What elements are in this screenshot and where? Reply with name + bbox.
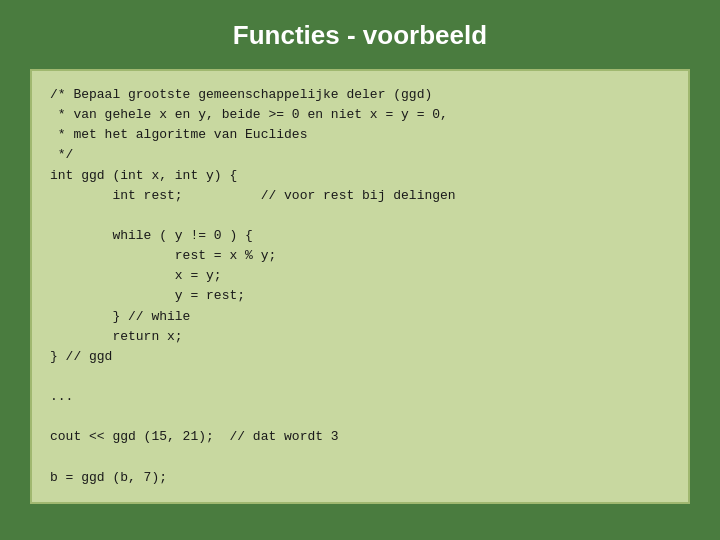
code-line: /* Bepaal grootste gemeenschappelijke de… xyxy=(50,85,670,105)
code-line: int ggd (int x, int y) { xyxy=(50,166,670,186)
code-line: return x; xyxy=(50,327,670,347)
code-line xyxy=(50,448,670,468)
code-line xyxy=(50,206,670,226)
code-line xyxy=(50,367,670,387)
code-line: * van gehele x en y, beide >= 0 en niet … xyxy=(50,105,670,125)
code-line: y = rest; xyxy=(50,286,670,306)
code-line: rest = x % y; xyxy=(50,246,670,266)
code-line: x = y; xyxy=(50,266,670,286)
code-line: } // ggd xyxy=(50,347,670,367)
code-line: int rest; // voor rest bij delingen xyxy=(50,186,670,206)
code-block: /* Bepaal grootste gemeenschappelijke de… xyxy=(30,69,690,504)
code-line: * met het algoritme van Euclides xyxy=(50,125,670,145)
code-line xyxy=(50,407,670,427)
code-line: } // while xyxy=(50,307,670,327)
code-line: cout << ggd (15, 21); // dat wordt 3 xyxy=(50,427,670,447)
code-line: b = ggd (b, 7); xyxy=(50,468,670,488)
code-line: */ xyxy=(50,145,670,165)
page-title: Functies - voorbeeld xyxy=(233,20,487,51)
code-line: while ( y != 0 ) { xyxy=(50,226,670,246)
code-line: ... xyxy=(50,387,670,407)
